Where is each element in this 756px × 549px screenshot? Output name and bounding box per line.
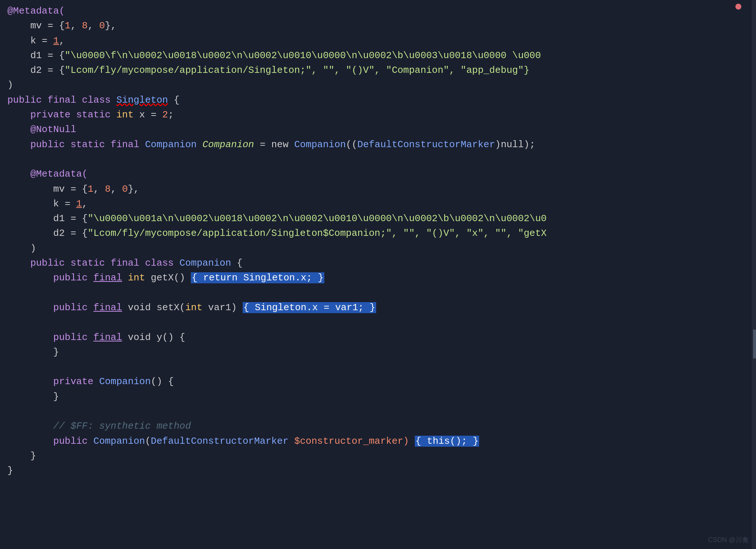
code-line-26: private Companion() { <box>7 374 756 389</box>
code-line-22 <box>7 315 756 330</box>
vertical-scrollbar[interactable] <box>752 0 756 549</box>
code-line-31: } <box>7 449 756 463</box>
code-line-32: } <box>7 463 756 478</box>
code-line-25 <box>7 359 756 374</box>
watermark: CSDN @川禽 <box>708 535 749 545</box>
code-line-29: // $FF: synthetic method <box>7 419 756 433</box>
code-line-1: @Metadata( <box>7 4 756 18</box>
code-line-13: mv = {1, 8, 0}, <box>7 182 756 196</box>
code-line-12: @Metadata( <box>7 167 756 181</box>
code-line-4: d1 = {"\u0000\f\n\u0002\u0018\u0002\n\u0… <box>7 48 756 63</box>
code-line-30: public Companion(DefaultConstructorMarke… <box>7 434 756 449</box>
code-editor: @Metadata( mv = {1, 8, 0}, k = 1, d1 = {… <box>0 0 756 549</box>
code-line-5: d2 = {"Lcom/fly/mycompose/application/Si… <box>7 63 756 78</box>
code-line-2: mv = {1, 8, 0}, <box>7 18 756 33</box>
code-line-19: public final int getX() { return Singlet… <box>7 270 756 285</box>
code-line-28 <box>7 404 756 419</box>
code-line-11 <box>7 152 756 167</box>
code-line-23: public final void y() { <box>7 330 756 345</box>
code-line-27: } <box>7 389 756 404</box>
code-line-20 <box>7 286 756 300</box>
code-line-21: public final void setX(int var1) { Singl… <box>7 300 756 315</box>
code-line-6: ) <box>7 78 756 92</box>
code-line-8: private static int x = 2; <box>7 107 756 122</box>
code-line-7: public final class Singleton { <box>7 93 756 107</box>
code-line-9: @NotNull <box>7 122 756 137</box>
code-line-24: } <box>7 345 756 359</box>
code-line-18: public static final class Companion { <box>7 256 756 270</box>
code-line-10: public static final Companion Companion … <box>7 137 756 152</box>
code-line-15: d1 = {"\u0000\u001a\n\u0002\u0018\u0002\… <box>7 211 756 226</box>
code-line-17: ) <box>7 241 756 256</box>
code-line-3: k = 1, <box>7 33 756 48</box>
code-line-14: k = 1, <box>7 196 756 211</box>
code-line-16: d2 = {"Lcom/fly/mycompose/application/Si… <box>7 226 756 241</box>
scrollbar-thumb[interactable] <box>753 329 756 359</box>
